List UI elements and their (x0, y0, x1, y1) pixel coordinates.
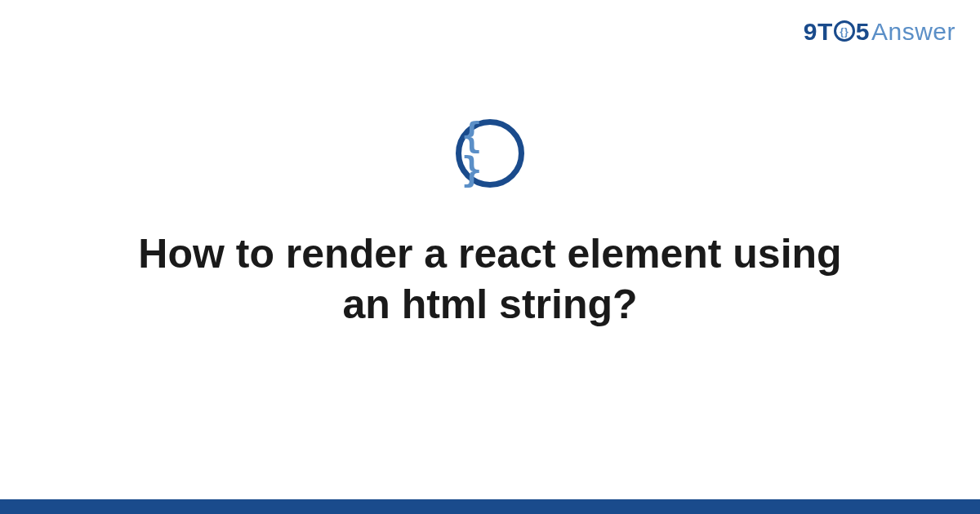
topic-badge: { } (456, 119, 524, 188)
main-content: { } How to render a react element using … (0, 0, 980, 514)
question-title: How to render a react element using an h… (122, 228, 858, 330)
code-braces-icon: { } (461, 119, 519, 188)
footer-accent-bar (0, 499, 980, 514)
